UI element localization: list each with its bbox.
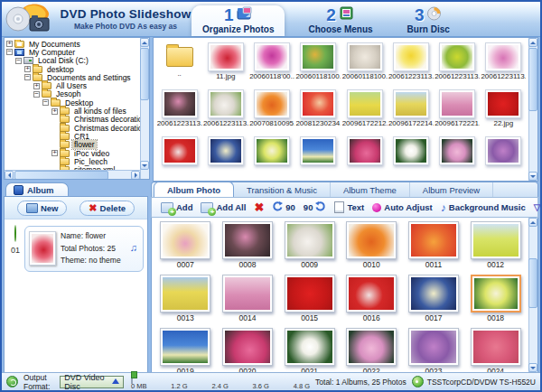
photo-item-0021[interactable]: 0021 [278, 325, 341, 372]
album-card[interactable]: Name: flower Total Photos: 25 Theme: no … [24, 226, 144, 272]
tree-item-ipoc-video[interactable]: +iPoc video [5, 149, 140, 157]
expand-icon[interactable]: + [6, 41, 13, 47]
file-item[interactable]: 20060118100... [341, 40, 388, 87]
tree-horizontal-scrollbar[interactable] [5, 170, 140, 179]
file-item[interactable]: 20096172221... [435, 87, 481, 134]
auto-adjust-button[interactable]: Auto Adjust [372, 202, 432, 212]
output-format-dropdown[interactable]: DVD Video Disc [60, 376, 124, 388]
tree-item-christmas-decorations[interactable]: Christmas decorations [5, 124, 140, 132]
file-item[interactable] [156, 134, 202, 181]
expand-icon[interactable]: + [24, 66, 31, 72]
files-vertical-scrollbar[interactable] [528, 38, 537, 181]
tree-item-flower[interactable]: flower [5, 141, 140, 149]
step-choose-menus[interactable]: 2 Choose Menus [297, 5, 383, 36]
file-item[interactable]: 20096172214... [388, 87, 434, 134]
expand-icon[interactable]: + [33, 83, 40, 89]
scroll-up-icon[interactable] [528, 38, 537, 47]
collapse-icon[interactable]: − [33, 91, 40, 98]
file-item[interactable] [388, 134, 434, 181]
delete-album-button[interactable]: ✖ Delete [79, 201, 135, 216]
file-item[interactable]: 20060118'00... [249, 40, 295, 87]
photo-item-0011[interactable]: 0011 [403, 219, 465, 272]
photo-item-0016[interactable]: 0016 [341, 272, 403, 325]
file-item[interactable]: 20061223113... [202, 87, 248, 134]
file-item[interactable]: 20061223113... [481, 40, 527, 87]
file-item[interactable]: 11.jpg [202, 40, 248, 87]
tree-item-all-users[interactable]: +All Users [5, 81, 140, 89]
rotate-right-button[interactable]: 90 [304, 201, 327, 214]
tree-item-jesoph[interactable]: −Jesoph [5, 90, 140, 98]
photos-vscroll-thumb[interactable] [528, 258, 537, 308]
photo-item-0022[interactable]: 0022 [341, 325, 403, 372]
photo-item-0014[interactable]: 0014 [217, 272, 279, 325]
step-burn-disc[interactable]: 3 Burn Disc [397, 5, 461, 36]
remove-photo-button[interactable]: ✖ [254, 203, 264, 211]
photo-item-0015[interactable]: 0015 [278, 272, 341, 325]
file-item[interactable] [481, 134, 527, 181]
photo-item-0020[interactable]: 0020 [217, 325, 279, 372]
tab-album-photo[interactable]: Album Photo [154, 182, 234, 197]
album-tab[interactable]: Album [5, 182, 69, 197]
tree-item-local-disk-c[interactable]: −Local Disk (C:) [5, 57, 140, 65]
tree-item-my-documents[interactable]: +My Documents [5, 40, 140, 48]
tree-item-documents-and-settings[interactable]: −Documents and Settings [5, 73, 140, 81]
tab-album-theme[interactable]: Album Theme [331, 182, 410, 197]
file-item[interactable]: 20060118100... [295, 40, 341, 87]
tab-transition-music[interactable]: Transition & Music [234, 182, 331, 197]
add-photo-button[interactable]: Add [161, 202, 192, 213]
photo-item-0010[interactable]: 0010 [341, 219, 403, 272]
tree-hscroll-thumb[interactable] [14, 171, 108, 180]
tree-item-desktop[interactable]: −Desktop [5, 98, 140, 107]
scroll-up-icon[interactable] [528, 218, 537, 227]
photo-item-0019[interactable]: 0019 [154, 325, 217, 372]
photo-item-0023[interactable]: 0023 [403, 325, 465, 372]
tree-item-pic-leech[interactable]: Pic_leech [5, 157, 140, 165]
file-item[interactable]: 20096172212... [341, 87, 388, 134]
file-item[interactable]: 22.jpg [481, 87, 527, 134]
photo-item-0012[interactable]: 0012 [464, 219, 527, 272]
step-organize-photos[interactable]: 1 Organize Photos [192, 5, 285, 36]
scroll-down-icon[interactable] [528, 172, 537, 181]
photo-item-0018[interactable]: 0018 [464, 272, 527, 325]
photo-item-0007[interactable]: 0007 [154, 219, 217, 272]
add-all-button[interactable]: Add All [201, 202, 246, 213]
text-button[interactable]: Text [334, 201, 364, 213]
file-item[interactable]: 20081230234... [295, 87, 341, 134]
expand-icon[interactable]: + [51, 150, 58, 156]
photo-item-0008[interactable]: 0008 [217, 219, 279, 272]
album-list-item[interactable]: 01 Name: flower Total Photos: 25 Theme: … [6, 226, 144, 272]
collapse-icon[interactable]: − [24, 74, 31, 80]
file-item[interactable] [249, 134, 295, 181]
scroll-right-icon[interactable] [131, 171, 140, 180]
scroll-down-icon[interactable] [528, 363, 537, 372]
photo-item-0024[interactable]: 0024 [464, 325, 527, 372]
scroll-up-icon[interactable] [140, 38, 149, 47]
play-album-icon[interactable] [14, 225, 16, 242]
file-item[interactable] [202, 134, 248, 181]
tree-item-cr1[interactable]: CR1 [5, 132, 140, 140]
expand-icon[interactable]: + [51, 108, 58, 115]
file-item[interactable]: 20061223113... [435, 40, 481, 87]
photos-vertical-scrollbar[interactable] [528, 218, 537, 372]
tree-vscroll-thumb[interactable] [140, 48, 149, 100]
file-item[interactable] [341, 134, 388, 181]
parent-folder-item[interactable]: .. [156, 40, 202, 87]
photo-item-0009[interactable]: 0009 [278, 219, 341, 272]
file-item[interactable] [295, 134, 341, 181]
file-item[interactable] [435, 134, 481, 181]
tab-album-preview[interactable]: Album Preview [410, 182, 493, 197]
rotate-left-button[interactable]: 90 [272, 201, 295, 214]
collapse-icon[interactable]: − [15, 58, 22, 64]
new-album-button[interactable]: New [17, 201, 68, 216]
tree-item-christmas-decoration1[interactable]: Christmas decoration1 [5, 116, 140, 124]
files-vscroll-thumb[interactable] [528, 48, 537, 111]
scroll-left-icon[interactable] [5, 171, 14, 180]
tree-vertical-scrollbar[interactable] [140, 38, 149, 179]
photo-item-0013[interactable]: 0013 [154, 272, 217, 325]
tree-item-all-kinds-of-files[interactable]: +all kinds of files [5, 107, 140, 115]
background-music-button[interactable]: ♪ Background Music [441, 202, 526, 212]
scroll-down-icon[interactable] [140, 161, 149, 170]
collapse-icon[interactable]: − [6, 49, 13, 55]
tree-item-my-computer[interactable]: −My Computer [5, 48, 140, 56]
collapse-icon[interactable]: − [42, 99, 49, 106]
